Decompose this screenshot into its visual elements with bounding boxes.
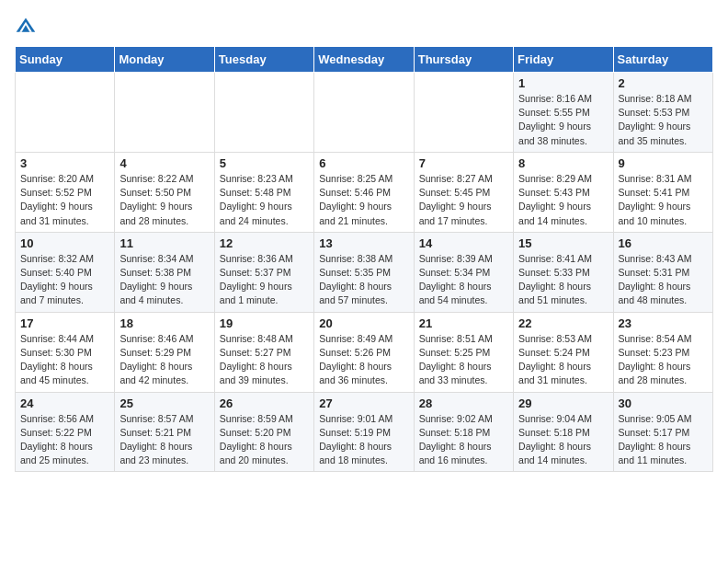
calendar-cell: 16Sunrise: 8:43 AM Sunset: 5:31 PM Dayli… bbox=[613, 232, 712, 312]
day-info: Sunrise: 8:34 AM Sunset: 5:38 PM Dayligh… bbox=[119, 252, 209, 308]
calendar-cell: 9Sunrise: 8:31 AM Sunset: 5:41 PM Daylig… bbox=[613, 152, 712, 232]
calendar-week-row: 1Sunrise: 8:16 AM Sunset: 5:55 PM Daylig… bbox=[16, 73, 713, 153]
day-info: Sunrise: 8:59 AM Sunset: 5:20 PM Dayligh… bbox=[220, 412, 309, 468]
day-info: Sunrise: 8:38 AM Sunset: 5:35 PM Dayligh… bbox=[319, 252, 408, 308]
day-number: 8 bbox=[518, 156, 608, 170]
calendar-cell: 15Sunrise: 8:41 AM Sunset: 5:33 PM Dayli… bbox=[514, 232, 613, 312]
day-info: Sunrise: 8:23 AM Sunset: 5:48 PM Dayligh… bbox=[220, 172, 309, 228]
calendar-cell: 22Sunrise: 8:53 AM Sunset: 5:24 PM Dayli… bbox=[514, 312, 613, 392]
calendar-cell: 24Sunrise: 8:56 AM Sunset: 5:22 PM Dayli… bbox=[16, 392, 115, 472]
col-header-tuesday: Tuesday bbox=[214, 47, 313, 73]
day-info: Sunrise: 8:29 AM Sunset: 5:43 PM Dayligh… bbox=[518, 172, 608, 228]
day-number: 24 bbox=[20, 396, 109, 410]
day-info: Sunrise: 8:22 AM Sunset: 5:50 PM Dayligh… bbox=[119, 172, 209, 228]
calendar-cell: 21Sunrise: 8:51 AM Sunset: 5:25 PM Dayli… bbox=[414, 312, 513, 392]
day-info: Sunrise: 8:39 AM Sunset: 5:34 PM Dayligh… bbox=[419, 252, 508, 308]
col-header-monday: Monday bbox=[115, 47, 214, 73]
calendar-cell: 8Sunrise: 8:29 AM Sunset: 5:43 PM Daylig… bbox=[514, 152, 613, 232]
calendar-week-row: 24Sunrise: 8:56 AM Sunset: 5:22 PM Dayli… bbox=[16, 392, 713, 472]
day-number: 29 bbox=[518, 396, 608, 410]
day-number: 4 bbox=[119, 156, 209, 170]
day-number: 13 bbox=[319, 236, 408, 250]
day-number: 21 bbox=[419, 316, 508, 330]
calendar-cell: 29Sunrise: 9:04 AM Sunset: 5:18 PM Dayli… bbox=[514, 392, 613, 472]
logo-icon bbox=[15, 15, 37, 37]
logo bbox=[15, 15, 40, 37]
calendar-cell: 19Sunrise: 8:48 AM Sunset: 5:27 PM Dayli… bbox=[214, 312, 313, 392]
day-number: 28 bbox=[419, 396, 508, 410]
day-info: Sunrise: 8:18 AM Sunset: 5:53 PM Dayligh… bbox=[619, 92, 708, 148]
day-info: Sunrise: 8:36 AM Sunset: 5:37 PM Dayligh… bbox=[220, 252, 309, 308]
calendar-cell: 26Sunrise: 8:59 AM Sunset: 5:20 PM Dayli… bbox=[214, 392, 313, 472]
calendar-cell: 6Sunrise: 8:25 AM Sunset: 5:46 PM Daylig… bbox=[314, 152, 414, 232]
calendar-cell: 18Sunrise: 8:46 AM Sunset: 5:29 PM Dayli… bbox=[115, 312, 214, 392]
calendar-cell: 11Sunrise: 8:34 AM Sunset: 5:38 PM Dayli… bbox=[115, 232, 214, 312]
calendar-cell: 7Sunrise: 8:27 AM Sunset: 5:45 PM Daylig… bbox=[414, 152, 513, 232]
day-number: 18 bbox=[119, 316, 209, 330]
calendar-cell: 14Sunrise: 8:39 AM Sunset: 5:34 PM Dayli… bbox=[414, 232, 513, 312]
day-info: Sunrise: 8:41 AM Sunset: 5:33 PM Dayligh… bbox=[518, 252, 608, 308]
day-info: Sunrise: 8:31 AM Sunset: 5:41 PM Dayligh… bbox=[619, 172, 708, 228]
day-number: 9 bbox=[619, 156, 708, 170]
day-number: 2 bbox=[619, 76, 708, 90]
calendar-week-row: 17Sunrise: 8:44 AM Sunset: 5:30 PM Dayli… bbox=[16, 312, 713, 392]
calendar-cell: 20Sunrise: 8:49 AM Sunset: 5:26 PM Dayli… bbox=[314, 312, 414, 392]
col-header-wednesday: Wednesday bbox=[314, 47, 414, 73]
day-info: Sunrise: 8:51 AM Sunset: 5:25 PM Dayligh… bbox=[419, 332, 508, 388]
day-number: 5 bbox=[220, 156, 309, 170]
day-number: 6 bbox=[319, 156, 408, 170]
calendar-cell: 10Sunrise: 8:32 AM Sunset: 5:40 PM Dayli… bbox=[16, 232, 115, 312]
day-info: Sunrise: 9:01 AM Sunset: 5:19 PM Dayligh… bbox=[319, 412, 408, 468]
calendar-cell: 28Sunrise: 9:02 AM Sunset: 5:18 PM Dayli… bbox=[414, 392, 513, 472]
day-info: Sunrise: 9:02 AM Sunset: 5:18 PM Dayligh… bbox=[419, 412, 508, 468]
calendar-cell bbox=[16, 73, 115, 153]
calendar-cell bbox=[214, 73, 313, 153]
day-number: 14 bbox=[419, 236, 508, 250]
calendar-cell: 12Sunrise: 8:36 AM Sunset: 5:37 PM Dayli… bbox=[214, 232, 313, 312]
day-number: 27 bbox=[319, 396, 408, 410]
col-header-thursday: Thursday bbox=[414, 47, 513, 73]
day-info: Sunrise: 8:20 AM Sunset: 5:52 PM Dayligh… bbox=[20, 172, 109, 228]
day-number: 15 bbox=[518, 236, 608, 250]
calendar-cell: 4Sunrise: 8:22 AM Sunset: 5:50 PM Daylig… bbox=[115, 152, 214, 232]
col-header-saturday: Saturday bbox=[613, 47, 712, 73]
day-number: 12 bbox=[220, 236, 309, 250]
day-info: Sunrise: 9:04 AM Sunset: 5:18 PM Dayligh… bbox=[518, 412, 608, 468]
calendar-cell: 2Sunrise: 8:18 AM Sunset: 5:53 PM Daylig… bbox=[613, 73, 712, 153]
day-number: 17 bbox=[20, 316, 109, 330]
day-info: Sunrise: 8:44 AM Sunset: 5:30 PM Dayligh… bbox=[20, 332, 109, 388]
page-header bbox=[15, 15, 713, 37]
day-info: Sunrise: 8:25 AM Sunset: 5:46 PM Dayligh… bbox=[319, 172, 408, 228]
calendar-cell bbox=[314, 73, 414, 153]
calendar-week-row: 10Sunrise: 8:32 AM Sunset: 5:40 PM Dayli… bbox=[16, 232, 713, 312]
day-number: 25 bbox=[119, 396, 209, 410]
calendar-cell: 3Sunrise: 8:20 AM Sunset: 5:52 PM Daylig… bbox=[16, 152, 115, 232]
day-info: Sunrise: 8:32 AM Sunset: 5:40 PM Dayligh… bbox=[20, 252, 109, 308]
day-number: 20 bbox=[319, 316, 408, 330]
calendar-week-row: 3Sunrise: 8:20 AM Sunset: 5:52 PM Daylig… bbox=[16, 152, 713, 232]
day-info: Sunrise: 8:57 AM Sunset: 5:21 PM Dayligh… bbox=[119, 412, 209, 468]
day-number: 1 bbox=[518, 76, 608, 90]
day-info: Sunrise: 8:16 AM Sunset: 5:55 PM Dayligh… bbox=[518, 92, 608, 148]
day-number: 19 bbox=[220, 316, 309, 330]
calendar-cell bbox=[115, 73, 214, 153]
day-number: 23 bbox=[619, 316, 708, 330]
day-number: 3 bbox=[20, 156, 109, 170]
day-info: Sunrise: 8:43 AM Sunset: 5:31 PM Dayligh… bbox=[619, 252, 708, 308]
day-info: Sunrise: 8:46 AM Sunset: 5:29 PM Dayligh… bbox=[119, 332, 209, 388]
calendar-header-row: SundayMondayTuesdayWednesdayThursdayFrid… bbox=[16, 47, 713, 73]
day-info: Sunrise: 9:05 AM Sunset: 5:17 PM Dayligh… bbox=[619, 412, 708, 468]
col-header-friday: Friday bbox=[514, 47, 613, 73]
calendar-cell: 27Sunrise: 9:01 AM Sunset: 5:19 PM Dayli… bbox=[314, 392, 414, 472]
calendar-cell: 25Sunrise: 8:57 AM Sunset: 5:21 PM Dayli… bbox=[115, 392, 214, 472]
day-info: Sunrise: 8:53 AM Sunset: 5:24 PM Dayligh… bbox=[518, 332, 608, 388]
day-number: 11 bbox=[119, 236, 209, 250]
day-info: Sunrise: 8:54 AM Sunset: 5:23 PM Dayligh… bbox=[619, 332, 708, 388]
calendar-table: SundayMondayTuesdayWednesdayThursdayFrid… bbox=[15, 46, 713, 472]
day-info: Sunrise: 8:56 AM Sunset: 5:22 PM Dayligh… bbox=[20, 412, 109, 468]
day-number: 26 bbox=[220, 396, 309, 410]
day-info: Sunrise: 8:27 AM Sunset: 5:45 PM Dayligh… bbox=[419, 172, 508, 228]
day-number: 30 bbox=[619, 396, 708, 410]
calendar-cell: 13Sunrise: 8:38 AM Sunset: 5:35 PM Dayli… bbox=[314, 232, 414, 312]
day-number: 10 bbox=[20, 236, 109, 250]
